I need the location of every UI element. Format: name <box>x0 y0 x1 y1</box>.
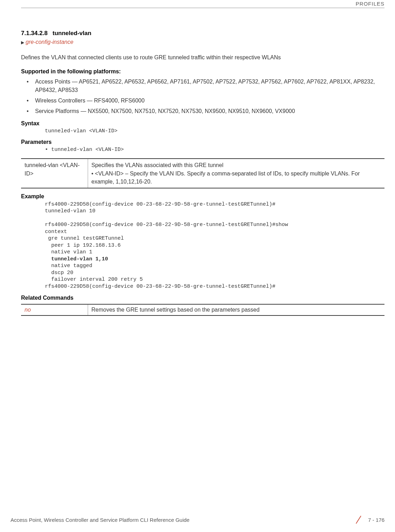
code-line: rfs4000-229D58(config-device 00-23-68-22… <box>45 201 275 207</box>
code-line: failover interval 200 retry 5 <box>45 277 143 282</box>
parameters-heading: Parameters <box>21 139 384 145</box>
code-line: rfs4000-229D58(config-device 00-23-68-22… <box>45 284 275 290</box>
code-line: gre tunnel testGRETunnel <box>45 235 124 241</box>
main-content: 7.1.34.2.8 tunneled-vlan ▶gre-config-ins… <box>21 30 384 316</box>
param-desc-line: Specifies the VLANs associated with this… <box>92 161 381 169</box>
breadcrumb-arrow-icon: ▶ <box>21 40 24 45</box>
footer-slash-icon <box>354 515 363 524</box>
footer-page: 7 - 176 <box>354 515 384 524</box>
header-rule <box>21 8 384 8</box>
table-row: tunneled-vlan <VLAN-ID> Specifies the VL… <box>21 159 384 188</box>
related-desc-cell: Removes the GRE tunnel settings based on… <box>88 304 384 315</box>
code-line: context <box>45 229 67 235</box>
list-item: Wireless Controllers — RFS4000, RFS6000 <box>35 97 384 105</box>
breadcrumb: ▶gre-config-instance <box>21 39 384 45</box>
syntax-code: tunneled-vlan <VLAN-ID> <box>45 128 384 134</box>
related-table: no Removes the GRE tunnel settings based… <box>21 304 384 316</box>
code-line-bold: tunneled-vlan 1,10 <box>45 256 108 262</box>
page-footer: Access Point, Wireless Controller and Se… <box>11 515 384 524</box>
syntax-heading: Syntax <box>21 120 384 127</box>
section-title: tunneled-vlan <box>53 30 92 36</box>
footer-title: Access Point, Wireless Controller and Se… <box>11 517 189 523</box>
example-code: rfs4000-229D58(config-device 00-23-68-22… <box>45 201 384 290</box>
breadcrumb-text[interactable]: gre-config-instance <box>26 39 73 45</box>
code-line: dscp 20 <box>45 270 73 276</box>
related-heading: Related Commands <box>21 295 384 301</box>
code-line: tunneled-vlan 10 <box>45 208 95 214</box>
chapter-title: PROFILES <box>356 1 384 7</box>
related-cmd-cell[interactable]: no <box>21 304 88 315</box>
list-item: Access Points — AP6521, AP6522, AP6532, … <box>35 78 384 94</box>
parameters-code: tunneled-vlan <VLAN-ID> <box>45 147 384 153</box>
example-heading: Example <box>21 193 384 200</box>
param-name-cell: tunneled-vlan <VLAN-ID> <box>21 159 88 188</box>
list-item: Service Platforms — NX5500, NX7500, NX75… <box>35 107 384 115</box>
intro-text: Defines the VLAN that connected clients … <box>21 54 384 61</box>
supported-heading: Supported in the following platforms: <box>21 68 384 75</box>
code-line: native tagged <box>45 263 92 269</box>
param-desc-sub: <VLAN-ID> – Specify the VLAN IDs. Specif… <box>92 169 381 186</box>
code-line: peer 1 ip 192.168.13.6 <box>45 242 121 248</box>
supported-list: Access Points — AP6521, AP6522, AP6532, … <box>21 78 384 115</box>
section-heading: 7.1.34.2.8 tunneled-vlan <box>21 30 384 37</box>
param-desc-cell: Specifies the VLANs associated with this… <box>88 159 384 188</box>
parameters-table: tunneled-vlan <VLAN-ID> Specifies the VL… <box>21 158 384 188</box>
code-line: rfs4000-229D58(config-device 00-23-68-22… <box>45 222 288 228</box>
page-number: 7 - 176 <box>368 517 384 523</box>
section-number: 7.1.34.2.8 <box>21 30 48 36</box>
code-line: native vlan 1 <box>45 249 92 255</box>
svg-line-0 <box>356 516 361 524</box>
table-row: no Removes the GRE tunnel settings based… <box>21 304 384 315</box>
